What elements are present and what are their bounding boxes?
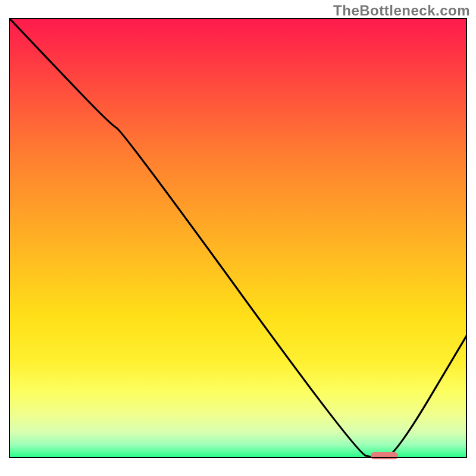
minimum-marker xyxy=(371,452,398,459)
chart-container: TheBottleneck.com xyxy=(0,0,476,476)
watermark-text: TheBottleneck.com xyxy=(333,2,470,19)
bottleneck-curve-path xyxy=(9,18,467,458)
bottleneck-curve-svg xyxy=(9,18,467,458)
